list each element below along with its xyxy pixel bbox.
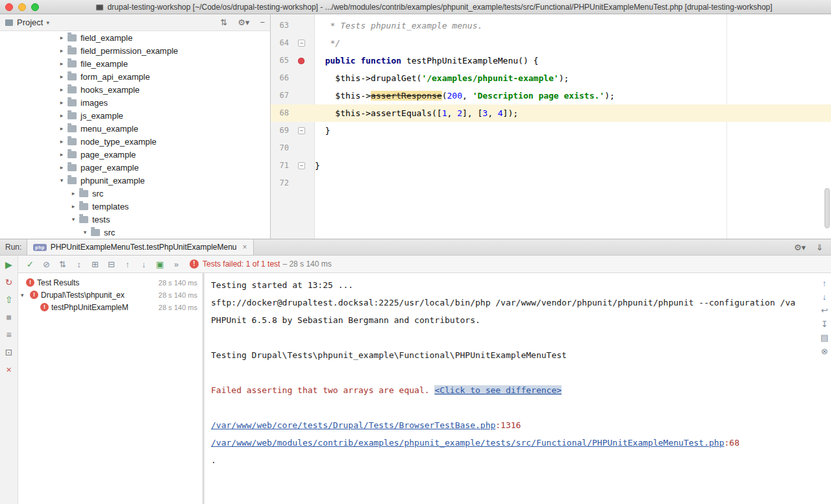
sort-alphabetically[interactable]: ↕: [71, 259, 87, 269]
project-tree-item[interactable]: ▸hooks_example: [0, 83, 270, 96]
project-tree-item[interactable]: ▸field_example: [0, 31, 270, 44]
test-history-button[interactable]: ≡: [6, 330, 11, 341]
run-tab[interactable]: php PHPUnitExampleMenuTest.testPhpUnitEx…: [27, 239, 253, 255]
test-tree-row[interactable]: ▾!Drupal\Tests\phpunit_ex28 s 140 ms: [18, 289, 203, 301]
tree-toggle-icon[interactable]: ▸: [57, 138, 66, 145]
project-tree-item[interactable]: ▸node_type_example: [0, 135, 270, 148]
hide-panel-icon[interactable]: ⇓: [816, 243, 823, 252]
console-link[interactable]: <Click to see difference>: [434, 385, 562, 395]
project-tree-item[interactable]: ▸js_example: [0, 109, 270, 122]
project-tree-item[interactable]: ▾src: [0, 226, 270, 239]
tree-toggle-icon[interactable]: ▾: [69, 216, 78, 222]
settings-gear-icon[interactable]: ⚙▾: [238, 18, 249, 27]
code-line[interactable]: $this->assertEquals([1, 2], [3, 4]);: [315, 104, 518, 122]
project-tree-item[interactable]: ▸file_example: [0, 57, 270, 70]
soft-wrap-icon[interactable]: ↩: [821, 306, 828, 315]
code-line[interactable]: [315, 139, 320, 157]
fullscreen-window-button[interactable]: [31, 3, 39, 11]
settings-gear-icon[interactable]: ⚙▾: [794, 243, 806, 252]
hide-panel-icon[interactable]: −: [260, 18, 265, 27]
code-line[interactable]: }: [315, 157, 320, 174]
tree-toggle-icon[interactable]: ▸: [57, 125, 66, 132]
project-tree-item[interactable]: ▸field_permission_example: [0, 44, 270, 57]
fold-icon[interactable]: −: [298, 127, 305, 134]
tree-toggle-icon[interactable]: ▸: [57, 73, 66, 80]
run-left-toolbar: ▶↻⇧■≡⊡×: [0, 256, 18, 504]
test-tree-row[interactable]: !Test Results28 s 140 ms: [18, 276, 203, 289]
up-stack-trace-icon[interactable]: ↑: [823, 279, 827, 287]
previous-failed-test[interactable]: ↑: [119, 259, 136, 269]
console-link[interactable]: /var/www/web/modules/contrib/examples/ph…: [211, 438, 725, 448]
tree-item-label: src: [92, 189, 103, 198]
tree-toggle-icon[interactable]: ▾: [57, 177, 66, 184]
import-test-results[interactable]: ▣: [152, 259, 168, 269]
code-line[interactable]: */: [315, 34, 340, 52]
line-number: 65: [271, 52, 289, 69]
print-icon[interactable]: ▤: [821, 333, 828, 342]
show-ignored-filter[interactable]: ⊘: [38, 259, 55, 269]
rerun-failed-tests-button[interactable]: ↻: [5, 278, 13, 288]
tree-toggle-icon[interactable]: ▸: [69, 190, 78, 197]
fold-icon[interactable]: −: [298, 162, 305, 169]
show-passed-filter[interactable]: ✓: [22, 259, 38, 269]
project-tree-item[interactable]: ▾phpunit_example: [0, 174, 270, 187]
test-duration: 28 s 140 ms: [158, 279, 197, 287]
code-line[interactable]: * Tests phpunit_example menus.: [315, 17, 482, 34]
tree-toggle-icon[interactable]: ▸: [57, 164, 66, 171]
editor-scrollbar-thumb[interactable]: [825, 188, 830, 228]
project-tree-item[interactable]: ▾tests: [0, 213, 270, 226]
project-tree-item[interactable]: ▸menu_example: [0, 122, 270, 135]
tree-toggle-icon[interactable]: ▸: [57, 151, 66, 158]
tree-toggle-icon[interactable]: ▸: [57, 47, 66, 54]
tree-item-label: field_example: [81, 33, 132, 43]
folder-icon: [68, 34, 77, 42]
project-tree-item[interactable]: ▸images: [0, 96, 270, 109]
project-tree-item[interactable]: ▸pager_example: [0, 161, 270, 174]
code-editor[interactable]: 63 * Tests phpunit_example menus.64− */6…: [271, 14, 831, 239]
expand-all[interactable]: ⊞: [87, 259, 103, 269]
tree-toggle-icon[interactable]: ▸: [69, 203, 78, 210]
toggle-auto-test-button[interactable]: ⇧: [5, 295, 13, 306]
collapse-all[interactable]: ⊟: [103, 259, 119, 269]
project-tree-item[interactable]: ▸src: [0, 187, 270, 200]
more-options[interactable]: »: [168, 259, 184, 269]
app-icon: [96, 5, 103, 10]
down-stack-trace-icon[interactable]: ↓: [823, 293, 827, 301]
tree-toggle-icon[interactable]: ▸: [57, 86, 66, 93]
code-line[interactable]: $this->assertResponse(200, 'Description …: [315, 87, 615, 104]
project-pane-title[interactable]: Project: [17, 18, 43, 27]
next-failed-test[interactable]: ↓: [136, 259, 152, 269]
code-line[interactable]: public function testPhpUnitExampleMenu()…: [315, 52, 538, 69]
tree-toggle-icon[interactable]: ▸: [57, 60, 66, 67]
code-line[interactable]: }: [315, 122, 330, 139]
chevron-down-icon[interactable]: ▾: [46, 19, 49, 26]
code-line[interactable]: [315, 174, 320, 192]
test-failed-gutter-icon[interactable]: [298, 58, 304, 64]
tree-item-label: hooks_example: [81, 85, 140, 95]
tree-toggle-icon[interactable]: ▾: [21, 292, 27, 298]
rerun-button[interactable]: ▶: [5, 260, 12, 270]
collapse-all-icon[interactable]: ⇅: [220, 18, 227, 27]
tree-toggle-icon[interactable]: ▸: [57, 34, 66, 41]
minimize-window-button[interactable]: [18, 3, 26, 11]
tree-toggle-icon[interactable]: ▸: [57, 99, 66, 106]
close-window-button[interactable]: [5, 3, 13, 11]
tree-item-label: node_type_example: [81, 137, 156, 147]
console-link[interactable]: /var/www/web/core/tests/Drupal/Tests/Bro…: [211, 420, 495, 430]
close-button[interactable]: ×: [6, 365, 11, 376]
project-tree-item[interactable]: ▸page_example: [0, 148, 270, 161]
fold-icon[interactable]: −: [298, 40, 305, 47]
sort-by-duration[interactable]: ⇅: [55, 259, 71, 269]
tab-close-icon[interactable]: ×: [243, 243, 247, 252]
tree-item-label: form_api_example: [81, 72, 150, 82]
project-tree-item[interactable]: ▸form_api_example: [0, 70, 270, 83]
clear-all-icon[interactable]: ⊗: [821, 347, 828, 355]
export-test-results-button[interactable]: ⊡: [5, 348, 13, 358]
tree-toggle-icon[interactable]: ▸: [57, 112, 66, 119]
tree-toggle-icon[interactable]: ▾: [81, 229, 90, 235]
stop-button[interactable]: ■: [6, 313, 11, 323]
code-line[interactable]: $this->drupalGet('/examples/phpunit-exam…: [315, 69, 569, 87]
scroll-to-end-icon[interactable]: ↧: [821, 320, 828, 328]
project-tree-item[interactable]: ▸templates: [0, 200, 270, 213]
test-tree-row[interactable]: !testPhpUnitExampleM28 s 140 ms: [18, 301, 203, 313]
